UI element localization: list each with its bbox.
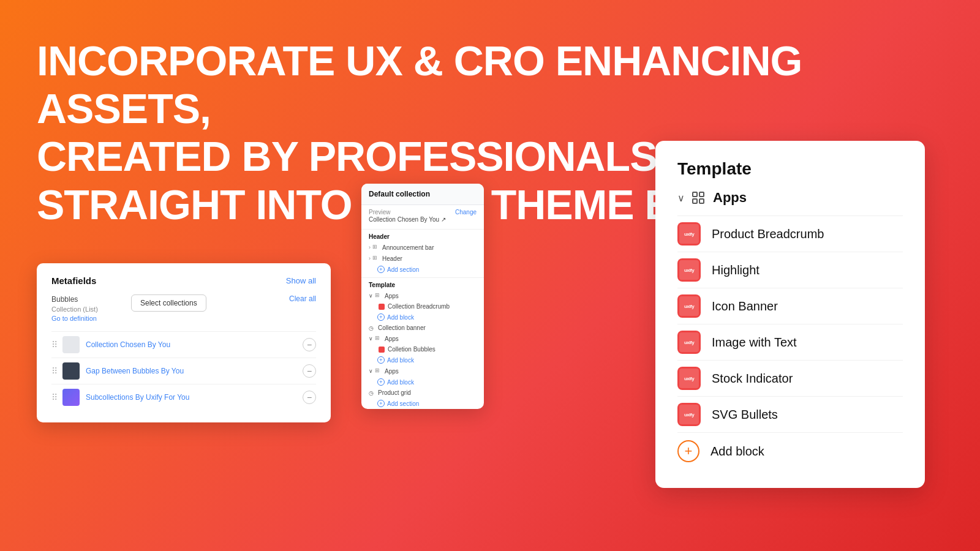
item-label: Stock Indicator — [712, 372, 793, 386]
list-item: ⠿ Collection Chosen By You − — [51, 331, 316, 358]
add-block-button-3[interactable]: + Add block — [361, 377, 484, 388]
add-icon: + — [377, 378, 385, 386]
collection-name: Subcollections By Uxify For You — [86, 393, 303, 402]
add-block-label: Add block — [387, 357, 414, 364]
list-item: uxify Product Breadcrumb — [677, 216, 903, 252]
template-card-title: Template — [677, 159, 903, 179]
drag-handle-icon[interactable]: ⠿ — [51, 340, 58, 350]
collection-card-header: Default collection — [361, 184, 484, 205]
apps-group-3: ∨ ⊞ Apps — [361, 365, 484, 377]
product-grid-item[interactable]: ◷ Product grid — [361, 388, 484, 398]
collection-name: Gap Between Bubbles By You — [86, 367, 303, 375]
add-section-label-2: Add section — [387, 400, 419, 407]
apps-group: ∨ ⊞ Apps — [361, 290, 484, 301]
add-block-label: Add block — [387, 314, 414, 321]
app-dot — [379, 347, 385, 353]
apps3-label: Apps — [385, 368, 399, 375]
svg-rect-0 — [693, 192, 697, 197]
svg-rect-2 — [693, 199, 697, 203]
metafields-card: Metafields Show all Bubbles Collection (… — [37, 263, 331, 422]
add-section-button-2[interactable]: + Add section — [361, 398, 484, 409]
list-item: uxify Highlight — [677, 252, 903, 288]
list-item: uxify Icon Banner — [677, 288, 903, 324]
preview-value: Collection Chosen By You ↗ — [369, 216, 477, 223]
collection-thumb — [62, 336, 80, 353]
product-grid-label: Product grid — [378, 389, 411, 396]
app-icon-box: uxify — [677, 331, 701, 354]
collection-breadcrumb-item[interactable]: Collection Breadcrumb — [361, 301, 484, 312]
drag-handle-icon[interactable]: ⠿ — [51, 392, 58, 402]
section-icon: ⊞ — [372, 244, 380, 251]
add-block-button-1[interactable]: + Add block — [361, 312, 484, 323]
svg-rect-1 — [699, 192, 704, 197]
remove-button[interactable]: − — [303, 338, 316, 351]
add-icon: + — [377, 266, 385, 273]
list-item: uxify Image with Text — [677, 324, 903, 360]
app-icon-box: uxify — [677, 367, 701, 390]
apps-label: Apps — [713, 190, 747, 206]
drag-handle-icon[interactable]: ⠿ — [51, 366, 58, 376]
app-icon-box: uxify — [677, 294, 701, 318]
list-item: uxify SVG Bullets — [677, 396, 903, 432]
item-label: Icon Banner — [712, 299, 778, 313]
app-icon-box: uxify — [677, 403, 701, 426]
collection-name: Collection Chosen By You — [86, 340, 303, 349]
apps-label: Apps — [385, 293, 399, 299]
collection-thumb — [62, 362, 80, 380]
svg-rect-3 — [699, 199, 704, 203]
apps-group-2: ∨ ⊞ Apps — [361, 333, 484, 344]
announcement-bar-item[interactable]: › ⊞ Announcement bar — [361, 242, 484, 253]
show-all-link[interactable]: Show all — [286, 276, 316, 285]
apps-icon: ⊞ — [375, 367, 382, 375]
headline-line1: INCORPORATE UX & CRO ENHANCING ASSETS, — [37, 37, 802, 132]
collection-banner-label: Collection banner — [378, 324, 426, 331]
app-dot — [379, 304, 385, 310]
item-label: Image with Text — [712, 335, 797, 350]
list-item: uxify Stock Indicator — [677, 360, 903, 396]
template-group-title: Template — [369, 282, 477, 288]
bubbles-sublabel: Collection (List) — [51, 305, 125, 314]
bubbles-label: Bubbles — [51, 294, 125, 305]
add-block-label: Add block — [710, 444, 764, 459]
preview-change[interactable]: Change — [455, 209, 477, 216]
add-block-label: Add block — [387, 379, 414, 386]
apps2-label: Apps — [385, 335, 399, 342]
collection-thumb — [62, 389, 80, 406]
apps-row: ∨ Apps — [677, 190, 903, 206]
add-block-button-2[interactable]: + Add block — [361, 354, 484, 365]
headline-line2: CREATED BY PROFESSIONALS, — [37, 133, 668, 179]
list-item: ⠿ Gap Between Bubbles By You − — [51, 358, 316, 384]
apps-grid-icon — [691, 190, 706, 205]
clear-all-link[interactable]: Clear all — [289, 294, 316, 303]
section-icon: ⊞ — [372, 255, 380, 262]
collection-card: Default collection Preview Change Collec… — [361, 184, 484, 409]
add-block-icon: + — [677, 440, 699, 462]
apps-icon: ⊞ — [375, 335, 382, 342]
add-section-label: Add section — [387, 266, 419, 273]
header-group-title: Header — [369, 233, 477, 240]
metafields-title: Metafields — [51, 276, 96, 286]
item-label: SVG Bullets — [712, 408, 778, 422]
app-icon-box: uxify — [677, 258, 701, 282]
go-to-definition[interactable]: Go to definition — [51, 314, 125, 323]
collection-banner-item[interactable]: ◷ Collection banner — [361, 323, 484, 333]
add-block-row[interactable]: + Add block — [677, 432, 903, 470]
template-card: Template ∨ Apps uxify Product Breadcrumb… — [655, 141, 925, 488]
remove-button[interactable]: − — [303, 391, 316, 404]
chevron-down-icon: ∨ — [677, 192, 685, 204]
add-icon: + — [377, 356, 385, 364]
item-label: Product Breadcrumb — [712, 227, 824, 241]
add-icon: + — [377, 400, 385, 407]
collection-items-list: ⠿ Collection Chosen By You − ⠿ Gap Betwe… — [51, 331, 316, 410]
apps-icon: ⊞ — [375, 292, 382, 299]
add-section-button[interactable]: + Add section — [361, 264, 484, 275]
preview-label: Preview — [369, 209, 391, 216]
select-collections-button[interactable]: Select collections — [131, 294, 206, 312]
item-label: Highlight — [712, 263, 760, 277]
list-item: ⠿ Subcollections By Uxify For You − — [51, 384, 316, 410]
header-item[interactable]: › ⊞ Header — [361, 253, 484, 264]
app-icon-box: uxify — [677, 222, 701, 246]
add-icon: + — [377, 313, 385, 321]
collection-bubbles-item[interactable]: Colletion Bubbles — [361, 344, 484, 354]
remove-button[interactable]: − — [303, 364, 316, 378]
